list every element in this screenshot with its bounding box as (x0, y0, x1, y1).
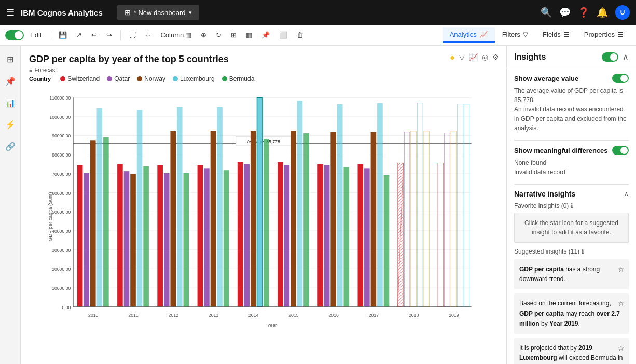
svg-text:2010: 2010 (88, 313, 98, 318)
tab-fields[interactable]: Fields ☰ (535, 27, 577, 43)
sidebar-item-link[interactable]: 🔗 (1, 137, 20, 156)
column-button[interactable]: Column ▦ (157, 29, 195, 41)
suggested-info-icon[interactable]: ℹ (582, 248, 584, 255)
chart-trend-icon[interactable]: 📈 (469, 53, 478, 62)
table-button[interactable]: ▦ (243, 29, 255, 41)
redo-button[interactable]: ↪ (103, 29, 115, 41)
sidebar-item-grid[interactable]: ⊞ (1, 50, 20, 68)
bars-2013: 2013 (198, 107, 229, 318)
share-button[interactable]: ↗ (73, 29, 85, 41)
insights-main-toggle[interactable] (602, 52, 618, 62)
dashboard-tab[interactable]: ⊞ * New dashboard ▾ (117, 5, 199, 20)
cursor-button[interactable]: ⊹ (142, 29, 154, 41)
delete-button[interactable]: 🗑 (294, 29, 307, 41)
toolbar-right: Analytics 📈 Filters ▽ Fields ☰ Propertie… (443, 27, 631, 43)
analytics-icon: 📈 (479, 31, 488, 38)
svg-rect-31 (90, 140, 96, 306)
svg-rect-43 (170, 131, 176, 307)
window-button[interactable]: ⬜ (276, 29, 291, 41)
undo-button[interactable]: ↩ (88, 29, 100, 41)
bars-2016: 2016 (317, 104, 349, 318)
chart-filter-icon[interactable]: ▽ (459, 53, 465, 62)
bars-2017: 2017 (357, 103, 389, 318)
svg-rect-68 (330, 132, 336, 307)
svg-rect-55 (251, 131, 256, 307)
tab-fields-label: Fields (543, 31, 561, 38)
insights-title: Insights (514, 52, 546, 62)
forecast-label: Forecast (34, 67, 57, 73)
svg-text:40000.00: 40000.00 (52, 229, 71, 234)
sidebar-item-lightning[interactable]: ⚡ (1, 115, 20, 134)
svg-rect-80 (398, 163, 404, 307)
insight-card-1: ☆ Based on the current forecasting, GDP … (514, 293, 629, 334)
svg-rect-76 (384, 175, 390, 307)
chart-legend: Country Switzerland Qatar Norway Luxembo… (29, 75, 498, 82)
right-panel: Insights ∧ Show average value The averag… (506, 46, 636, 364)
tab-analytics-label: Analytics (450, 31, 477, 38)
insights-panel-header: Insights ∧ (507, 46, 636, 68)
bars-2012: 2012 (157, 107, 189, 318)
edit-toggle-switch[interactable] (5, 30, 24, 40)
avatar[interactable]: U (615, 5, 630, 20)
average-label: Show average value (514, 74, 629, 83)
bars-2019: 2019 (438, 104, 469, 318)
hamburger-menu[interactable]: ☰ (6, 7, 15, 18)
favorites-label: Favorite insights (0) ℹ (514, 202, 629, 209)
tab-filters[interactable]: Filters ▽ (495, 27, 535, 43)
edit-toggle[interactable]: Edit (5, 29, 45, 41)
help-icon[interactable]: ❓ (578, 7, 589, 18)
average-toggle[interactable] (612, 74, 629, 83)
svg-rect-83 (417, 103, 423, 307)
chat-icon[interactable]: 💬 (559, 7, 571, 18)
nav-icons: 🔍 💬 ❓ 🔔 U (541, 5, 630, 20)
svg-text:70000.00: 70000.00 (52, 172, 71, 177)
insight-card-0-star[interactable]: ☆ (618, 263, 625, 275)
expand-button[interactable]: ⛶ (126, 29, 139, 41)
chart-title: GDP per capita by year of the top 5 coun… (29, 54, 498, 65)
refresh-button[interactable]: ↻ (213, 29, 225, 41)
legend-dot-qatar (107, 76, 112, 81)
dashboard-tab-label: * New dashboard (134, 9, 186, 17)
svg-rect-36 (124, 171, 130, 307)
grid-button[interactable]: ⊞ (228, 29, 240, 41)
tab-analytics[interactable]: Analytics 📈 (443, 27, 495, 43)
toolbar: Edit 💾 ↗ ↩ ↪ ⛶ ⊹ Column ▦ ⊕ ↻ ⊞ ▦ 📌 ⬜ 🗑 … (0, 25, 636, 46)
left-sidebar: ⊞ 📌 📊 ⚡ 🔗 (0, 46, 21, 364)
dashboard-tab-chevron[interactable]: ▾ (189, 9, 192, 16)
svg-rect-53 (238, 162, 243, 307)
insight-card-1-star[interactable]: ☆ (618, 298, 625, 309)
tab-filters-label: Filters (502, 31, 520, 38)
svg-rect-47 (198, 165, 203, 307)
top-nav: ☰ IBM Cognos Analytics ⊞ * New dashboard… (0, 0, 636, 25)
insight-card-0: ☆ GDP per capita has a strong downward t… (514, 259, 629, 289)
chart-settings-icon[interactable]: ⚙ (492, 53, 499, 62)
panel-close-button[interactable]: ∧ (623, 52, 629, 62)
chart-dot-icon[interactable]: ● (450, 53, 455, 62)
svg-rect-84 (424, 131, 430, 307)
favorites-info-icon[interactable]: ℹ (571, 202, 573, 209)
legend-dot-luxembourg (173, 76, 178, 81)
average-value-section: Show average value The average value of … (514, 74, 629, 133)
narrative-chevron-icon[interactable]: ∧ (624, 190, 629, 198)
pin-button[interactable]: 📌 (258, 29, 273, 41)
chart-target-icon[interactable]: ◎ (482, 53, 488, 62)
tab-properties[interactable]: Properties ☰ (577, 27, 631, 43)
svg-text:Year: Year (267, 322, 278, 328)
save-button[interactable]: 💾 (56, 29, 70, 41)
differences-toggle[interactable] (612, 146, 629, 155)
target-button[interactable]: ⊕ (198, 29, 210, 41)
sidebar-item-pin[interactable]: 📌 (1, 72, 20, 90)
notification-icon[interactable]: 🔔 (597, 7, 608, 18)
svg-rect-44 (177, 107, 183, 307)
sidebar-item-chart[interactable]: 📊 (1, 93, 20, 112)
svg-text:2016: 2016 (329, 313, 339, 318)
insight-card-2-star[interactable]: ☆ (618, 342, 625, 354)
svg-rect-30 (84, 173, 89, 307)
svg-rect-70 (343, 167, 349, 306)
svg-rect-72 (357, 164, 363, 307)
svg-text:50000.00: 50000.00 (52, 209, 71, 215)
differences-label: Show meaningful differences (514, 146, 629, 155)
legend-label-luxembourg: Luxembourg (180, 75, 215, 82)
search-icon[interactable]: 🔍 (541, 7, 552, 18)
svg-text:2013: 2013 (209, 313, 218, 318)
